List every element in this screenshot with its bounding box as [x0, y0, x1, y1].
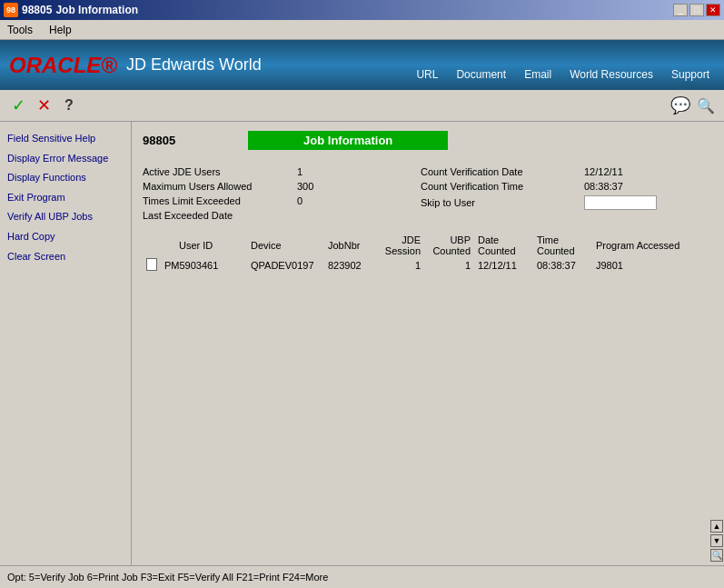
- minimize-button[interactable]: _: [673, 4, 688, 16]
- maximize-button[interactable]: □: [689, 4, 704, 16]
- search-icon: 🔍: [697, 97, 715, 115]
- scroll-area: ▲ ▼ 🔍: [709, 122, 724, 565]
- search-button[interactable]: 🔍: [695, 95, 717, 116]
- scroll-up-button[interactable]: ▲: [710, 520, 723, 533]
- oracle-logo-text: ORACLE®: [9, 53, 117, 78]
- sidebar-item-clear-screen[interactable]: Clear Screen: [4, 247, 127, 267]
- maximum-users-row: Maximum Users Allowed 300: [143, 181, 421, 192]
- sidebar-item-display-error-message[interactable]: Display Error Message: [4, 149, 127, 169]
- count-verification-date-label: Count Verification Date: [421, 166, 584, 177]
- skip-to-user-input[interactable]: [584, 195, 657, 210]
- cell-ubp-counted: 1: [424, 257, 474, 274]
- menu-tools[interactable]: Tools: [4, 22, 36, 38]
- row-indicator: [146, 258, 157, 271]
- skip-to-user-row: Skip to User: [421, 195, 699, 210]
- maximum-users-value: 300: [297, 181, 352, 192]
- active-jde-users-value: 1: [297, 166, 352, 177]
- active-jde-users-label: Active JDE Users: [143, 166, 297, 177]
- x-icon: ✕: [37, 95, 51, 115]
- right-fields: Count Verification Date 12/12/11 Count V…: [421, 166, 699, 224]
- main-content: Field Sensitive Help Display Error Messa…: [0, 122, 724, 565]
- times-limit-exceeded-row: Times Limit Exceeded 0: [143, 195, 421, 206]
- last-exceeded-date-label: Last Exceeded Date: [143, 210, 297, 221]
- times-limit-exceeded-value: 0: [297, 195, 352, 206]
- app-icon: 98: [4, 3, 18, 17]
- oracle-logo-area: ORACLE® JD Edwards World: [9, 53, 262, 78]
- sidebar: Field Sensitive Help Display Error Messa…: [0, 122, 132, 565]
- count-verification-date-row: Count Verification Date 12/12/11: [421, 166, 699, 177]
- status-bar: Opt: 5=Verify Job 6=Print Job F3=Exit F5…: [0, 565, 724, 588]
- count-verification-time-row: Count Verification Time 08:38:37: [421, 181, 699, 192]
- nav-email[interactable]: Email: [517, 66, 559, 83]
- col-header-time-counted: Time Counted: [533, 234, 592, 257]
- title-bar-left: 98 98805 Job Information: [4, 3, 138, 17]
- nav-world-resources[interactable]: World Resources: [562, 66, 660, 83]
- cell-jde-session: 1: [374, 257, 424, 274]
- maximum-users-label: Maximum Users Allowed: [143, 181, 297, 192]
- sidebar-item-display-functions[interactable]: Display Functions: [4, 168, 127, 188]
- cell-time-counted: 08:38:37: [533, 257, 592, 274]
- table-row: PM5903461 QPADEV0197 823902 1 1 12/12/11…: [143, 257, 699, 274]
- nav-support[interactable]: Support: [664, 66, 717, 83]
- help-button[interactable]: ?: [58, 95, 80, 116]
- ok-button[interactable]: ✓: [7, 95, 29, 116]
- fields-section: Active JDE Users 1 Maximum Users Allowed…: [143, 166, 699, 224]
- title-text: Job Information: [55, 4, 138, 16]
- menu-help[interactable]: Help: [45, 22, 75, 38]
- title-program-id: 98805: [22, 4, 52, 16]
- toolbar-right: 💬 🔍: [669, 95, 717, 116]
- cell-userid: PM5903461: [161, 257, 247, 274]
- data-table: User ID Device JobNbr JDE Session UBP Co…: [143, 234, 699, 274]
- content-area: 98805 Job Information Active JDE Users 1…: [132, 122, 709, 565]
- cell-program-accessed: J9801: [592, 257, 699, 274]
- count-verification-time-label: Count Verification Time: [421, 181, 584, 192]
- sidebar-item-field-sensitive-help[interactable]: Field Sensitive Help: [4, 129, 127, 149]
- cell-jobnbr: 823902: [324, 257, 374, 274]
- chat-icon: 💬: [670, 95, 690, 115]
- count-verification-time-value: 08:38:37: [584, 181, 623, 192]
- form-header-row: 98805 Job Information: [143, 131, 699, 159]
- col-header-ubp-counted: UBP Counted: [424, 234, 474, 257]
- sidebar-item-hard-copy[interactable]: Hard Copy: [4, 227, 127, 247]
- col-header-date-counted: Date Counted: [474, 234, 533, 257]
- scroll-down-button[interactable]: ▼: [710, 534, 723, 547]
- active-jde-users-row: Active JDE Users 1: [143, 166, 421, 177]
- nav-document[interactable]: Document: [449, 66, 513, 83]
- col-header-opt: [143, 234, 161, 257]
- close-button[interactable]: ✕: [706, 4, 720, 16]
- col-header-program-accessed: Program Accessed: [592, 234, 699, 257]
- title-bar: 98 98805 Job Information _ □ ✕: [0, 0, 724, 20]
- status-text: Opt: 5=Verify Job 6=Print Job F3=Exit F5…: [7, 572, 328, 583]
- check-icon: ✓: [12, 95, 25, 115]
- skip-to-user-label: Skip to User: [421, 197, 584, 208]
- sidebar-item-verify-all-ubp-jobs[interactable]: Verify All UBP Jobs: [4, 207, 127, 227]
- chat-button[interactable]: 💬: [669, 95, 691, 116]
- form-title-bar: Job Information: [248, 131, 448, 150]
- col-header-jobnbr: JobNbr: [324, 234, 374, 257]
- col-header-device: Device: [247, 234, 324, 257]
- header-nav: URL Document Email World Resources Suppo…: [409, 40, 724, 90]
- oracle-header: ORACLE® JD Edwards World URL Document Em…: [0, 40, 724, 90]
- title-bar-controls: _ □ ✕: [673, 4, 720, 16]
- times-limit-exceeded-label: Times Limit Exceeded: [143, 195, 297, 206]
- toolbar: ✓ ✕ ? 💬 🔍: [0, 90, 724, 122]
- col-header-userid: User ID: [161, 234, 247, 257]
- jde-text: JD Edwards World: [126, 55, 262, 75]
- nav-url[interactable]: URL: [409, 66, 445, 83]
- cell-opt: [143, 257, 161, 274]
- scroll-zoom-button[interactable]: 🔍: [710, 549, 723, 562]
- count-verification-date-value: 12/12/11: [584, 166, 623, 177]
- menu-bar: Tools Help: [0, 20, 724, 40]
- question-icon: ?: [64, 97, 74, 114]
- cell-date-counted: 12/12/11: [474, 257, 533, 274]
- cell-device: QPADEV0197: [247, 257, 324, 274]
- sidebar-item-exit-program[interactable]: Exit Program: [4, 188, 127, 208]
- form-number: 98805: [143, 134, 175, 147]
- col-header-jde-session: JDE Session: [374, 234, 424, 257]
- last-exceeded-date-row: Last Exceeded Date: [143, 210, 421, 221]
- left-fields: Active JDE Users 1 Maximum Users Allowed…: [143, 166, 421, 224]
- table-header-row: User ID Device JobNbr JDE Session UBP Co…: [143, 234, 699, 257]
- cancel-button[interactable]: ✕: [33, 95, 55, 116]
